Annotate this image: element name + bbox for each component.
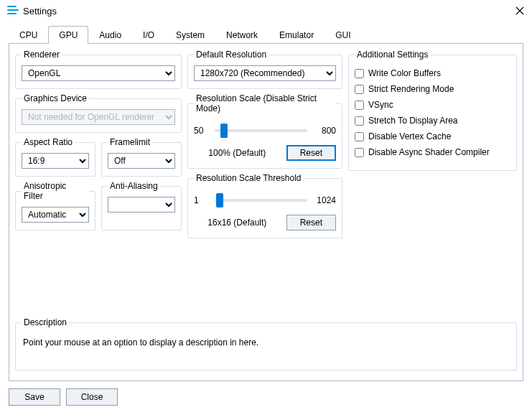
stretch-label: Stretch To Display Area [368, 116, 458, 126]
disable-vertex-cache-checkbox[interactable] [355, 132, 364, 141]
tab-gui[interactable]: GUI [325, 26, 361, 44]
aspect-ratio-legend: Aspect Ratio [22, 137, 75, 147]
tab-system[interactable]: System [165, 26, 215, 44]
additional-settings-group: Additional Settings Write Color Buffers … [348, 50, 517, 171]
resolution-scale-legend: Resolution Scale (Disable Strict Mode) [194, 93, 336, 113]
resolution-scale-group: Resolution Scale (Disable Strict Mode) 5… [187, 93, 342, 169]
resolution-scale-min: 50 [194, 126, 210, 136]
framelimit-select[interactable]: Off [108, 153, 175, 169]
disable-vertex-cache-label: Disable Vertex Cache [368, 131, 451, 141]
disable-async-shader-label: Disable Async Shader Compiler [368, 147, 490, 157]
resolution-scale-reset-button[interactable]: Reset [286, 145, 336, 161]
window-title: Settings [23, 6, 515, 17]
tab-cpu[interactable]: CPU [9, 26, 48, 44]
resolution-scale-max: 800 [312, 126, 336, 136]
graphics-device-group: Graphics Device Not needed for OpenGL re… [15, 93, 182, 133]
description-text: Point your mouse at an option to display… [22, 333, 510, 352]
aspect-ratio-select[interactable]: 16:9 [22, 153, 89, 169]
close-button[interactable]: Close [66, 388, 118, 406]
additional-settings-legend: Additional Settings [355, 50, 430, 60]
default-resolution-select[interactable]: 1280x720 (Recommended) [194, 65, 336, 81]
strict-rendering-checkbox[interactable] [355, 85, 364, 94]
tab-audio[interactable]: Audio [88, 26, 132, 44]
tab-bar: CPU GPU Audio I/O System Network Emulato… [9, 26, 523, 44]
strict-rendering-label: Strict Rendering Mode [368, 84, 454, 94]
resolution-threshold-group: Resolution Scale Threshold 1 1024 16x16 … [187, 173, 342, 238]
app-logo-icon [7, 5, 19, 17]
antialiasing-legend: Anti-Aliasing [108, 181, 160, 191]
resolution-threshold-slider[interactable] [215, 193, 307, 208]
aspect-ratio-group: Aspect Ratio 16:9 [15, 137, 95, 177]
stretch-checkbox[interactable] [355, 116, 364, 126]
resolution-threshold-reset-button[interactable]: Reset [286, 215, 336, 230]
tab-panel: Renderer OpenGL Graphics Device Not need… [9, 44, 523, 381]
framelimit-group: Framelimit Off [101, 137, 182, 177]
resolution-threshold-legend: Resolution Scale Threshold [194, 173, 304, 183]
write-color-buffers-label: Write Color Buffers [368, 68, 441, 78]
resolution-threshold-min: 1 [194, 195, 210, 205]
graphics-device-select: Not needed for OpenGL renderer [22, 109, 175, 125]
anisotropic-select[interactable]: Automatic [22, 207, 89, 223]
stretch-row[interactable]: Stretch To Display Area [355, 116, 510, 126]
vsync-row[interactable]: VSync [355, 100, 510, 110]
resolution-scale-current: 100% (Default) [194, 148, 281, 158]
renderer-legend: Renderer [22, 50, 62, 60]
tab-io[interactable]: I/O [132, 26, 165, 44]
antialiasing-group: Anti-Aliasing [101, 181, 182, 230]
write-color-buffers-checkbox[interactable] [355, 69, 364, 78]
resolution-scale-slider[interactable] [215, 123, 307, 138]
strict-rendering-row[interactable]: Strict Rendering Mode [355, 84, 510, 94]
write-color-buffers-row[interactable]: Write Color Buffers [355, 68, 510, 78]
vsync-label: VSync [368, 100, 393, 110]
anisotropic-legend: Anisotropic Filter [22, 181, 89, 201]
disable-vertex-cache-row[interactable]: Disable Vertex Cache [355, 131, 510, 141]
antialiasing-select[interactable] [108, 197, 175, 213]
anisotropic-group: Anisotropic Filter Automatic [15, 181, 95, 230]
tab-emulator[interactable]: Emulator [269, 26, 325, 44]
tab-network[interactable]: Network [215, 26, 269, 44]
tab-gpu[interactable]: GPU [48, 26, 88, 44]
renderer-group: Renderer OpenGL [15, 50, 182, 89]
description-legend: Description [22, 317, 69, 327]
default-resolution-group: Default Resolution 1280x720 (Recommended… [187, 50, 342, 89]
resolution-threshold-max: 1024 [312, 195, 336, 205]
disable-async-shader-checkbox[interactable] [355, 148, 364, 157]
disable-async-shader-row[interactable]: Disable Async Shader Compiler [355, 147, 510, 157]
description-group: Description Point your mouse at an optio… [15, 317, 517, 370]
save-button[interactable]: Save [9, 388, 60, 406]
framelimit-legend: Framelimit [108, 137, 152, 147]
close-icon[interactable] [515, 6, 525, 16]
titlebar: Settings [0, 0, 532, 22]
graphics-device-legend: Graphics Device [22, 93, 89, 103]
footer: Save Close [0, 381, 532, 413]
resolution-threshold-current: 16x16 (Default) [194, 218, 281, 228]
default-resolution-legend: Default Resolution [194, 50, 269, 60]
renderer-select[interactable]: OpenGL [22, 65, 175, 81]
vsync-checkbox[interactable] [355, 101, 364, 110]
